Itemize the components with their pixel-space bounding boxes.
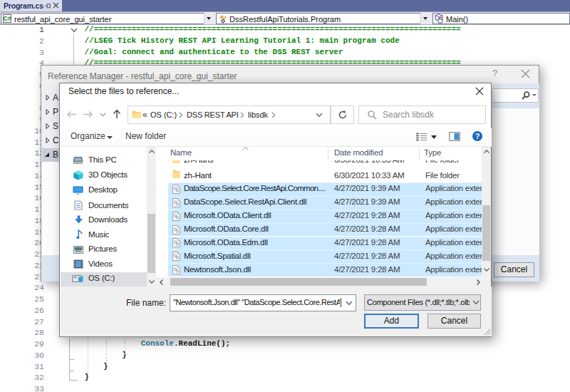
svg-text:C#: C# (4, 15, 11, 22)
